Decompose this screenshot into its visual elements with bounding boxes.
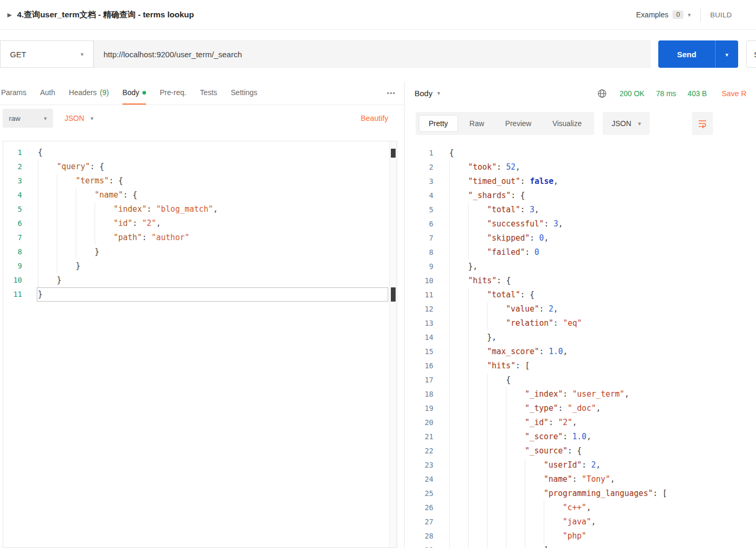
save-response-button[interactable]: Save R [721, 89, 747, 98]
collapse-request-icon[interactable]: ▶ [7, 12, 12, 18]
line-number: 4 [3, 188, 29, 202]
code-line: 7"path": "author" [3, 231, 397, 245]
editor-scrollbar[interactable] [389, 141, 397, 547]
url-input[interactable] [94, 40, 650, 68]
tab-tests[interactable]: Tests [200, 81, 218, 105]
tab-body[interactable]: Body [122, 81, 146, 105]
body-type-select[interactable]: raw ▾ [3, 109, 53, 128]
method-select[interactable]: GET ▾ [0, 40, 94, 68]
wrap-text-button[interactable] [692, 112, 713, 135]
code-token: "php" [563, 529, 586, 543]
response-body-select[interactable]: Body ▾ [415, 89, 440, 98]
indent-guide [525, 515, 544, 529]
code-token: 3 [530, 203, 534, 217]
response-time: 78 ms [656, 89, 676, 98]
response-body-viewer[interactable]: 1{2"took": 52,3"timed_out": false,4"_sha… [405, 142, 756, 548]
titlebar-actions: Examples 0 ▾ BUILD [636, 8, 750, 22]
method-label: GET [10, 50, 26, 59]
build-label[interactable]: BUILD [710, 11, 732, 19]
indent-guide [38, 273, 57, 287]
code-line: 10} [3, 273, 397, 287]
code-line: 26"c++", [415, 501, 756, 515]
indent-guide [468, 430, 487, 444]
save-request-button[interactable]: S [746, 40, 756, 68]
code-token: "index" [113, 202, 147, 216]
tab-params[interactable]: Params [1, 81, 26, 105]
indent-guide [57, 245, 76, 259]
code-line-content: "_score": 1.0, [441, 430, 591, 444]
code-line: 25"programming_languages": [ [415, 487, 756, 501]
more-options-button[interactable]: ••• [387, 89, 404, 97]
send-button-group: Send ▾ [658, 40, 738, 68]
beautify-button[interactable]: Beautify [361, 114, 388, 122]
line-number: 20 [415, 416, 441, 430]
code-token: "programming_languages" [544, 487, 653, 501]
code-token: "_score" [525, 430, 563, 444]
tab-prerequest[interactable]: Pre-req. [160, 81, 187, 105]
indent-guide [449, 203, 468, 217]
indent-guide [506, 401, 525, 416]
tab-headers[interactable]: Headers (9) [69, 81, 109, 105]
tab-raw[interactable]: Raw [460, 116, 494, 131]
indent-guide [506, 501, 525, 515]
code-line: 21"_score": 1.0, [415, 430, 756, 444]
indent-guide [449, 217, 468, 231]
line-number: 17 [415, 373, 441, 387]
body-language-select[interactable]: JSON ▾ [65, 114, 94, 122]
code-line-content: "_type": "_doc", [441, 401, 601, 416]
network-icon[interactable] [597, 89, 607, 98]
code-token: "timed_out" [468, 174, 520, 189]
tab-settings[interactable]: Settings [231, 81, 257, 105]
indent-guide [449, 260, 468, 274]
code-line: 15"max_score": 1.0, [415, 345, 756, 359]
line-number: 25 [415, 487, 441, 501]
line-number: 7 [415, 231, 441, 245]
tab-visualize[interactable]: Visualize [543, 116, 591, 131]
code-line: 5"index": "blog_match", [3, 202, 397, 216]
code-token: "max_score" [487, 345, 539, 359]
tab-preview[interactable]: Preview [496, 116, 541, 131]
code-line-content: { [29, 146, 43, 160]
request-pane: Params Auth Headers (9) Body Pre-req. Te… [0, 81, 405, 548]
code-token: : [563, 430, 572, 444]
request-bar: GET ▾ Send ▾ S [0, 30, 756, 81]
indent-guide [487, 458, 506, 472]
scrollbar-thumb[interactable] [391, 149, 396, 158]
code-token: : [558, 401, 567, 416]
code-token: : [520, 174, 530, 189]
send-button[interactable]: Send [658, 40, 715, 68]
indent-guide [449, 345, 468, 359]
code-token: "2" [142, 216, 156, 231]
code-line: 2"took": 52, [415, 160, 756, 174]
code-token: ] [544, 543, 548, 548]
code-token: }, [487, 330, 496, 345]
examples-button[interactable]: Examples 0 ▾ [636, 11, 691, 19]
indent-guide [468, 302, 487, 316]
response-language-select[interactable]: JSON ▾ [603, 112, 650, 135]
divider [700, 8, 701, 22]
code-token: : [496, 160, 506, 174]
indent-guide [449, 231, 468, 245]
request-body-editor[interactable]: 1{2"query": {3"terms": {4"name": {5"inde… [3, 141, 397, 548]
code-line: 9}, [415, 260, 756, 274]
code-line: 3"timed_out": false, [415, 174, 756, 189]
send-options-button[interactable]: ▾ [715, 40, 738, 68]
indent-guide [468, 401, 487, 416]
indent-guide [449, 430, 468, 444]
line-number: 22 [415, 444, 441, 458]
tab-pretty[interactable]: Pretty [419, 115, 458, 132]
code-line: 22"_source": { [415, 444, 756, 458]
code-line: 17{ [415, 373, 756, 387]
request-body-code: 1{2"query": {3"terms": {4"name": {5"inde… [3, 141, 397, 302]
response-size: 403 B [688, 89, 707, 98]
code-token: , [596, 458, 600, 472]
indent-guide [487, 387, 506, 401]
status-badge: 200 OK [619, 89, 644, 98]
line-number: 26 [415, 501, 441, 515]
chevron-down-icon: ▾ [726, 51, 729, 58]
tab-auth[interactable]: Auth [40, 81, 55, 105]
code-token: "skipped" [487, 231, 530, 245]
code-token: : [539, 345, 548, 359]
code-token: : [572, 472, 582, 487]
code-token: : [582, 458, 591, 472]
